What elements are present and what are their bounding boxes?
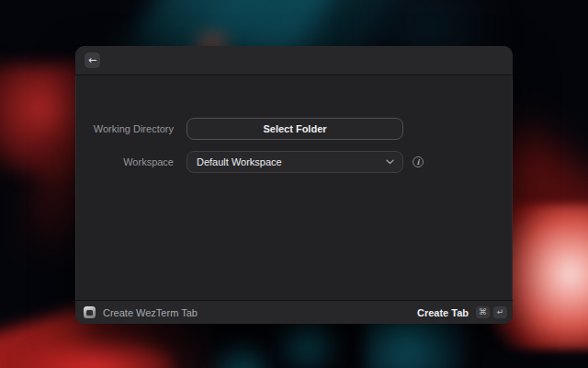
action-bar: Create WezTerm Tab Create Tab ⌘ ↵ (75, 300, 513, 324)
workspace-selected-value: Default Workspace (197, 156, 282, 167)
workspace-dropdown[interactable]: Default Workspace (187, 151, 403, 173)
chevron-down-icon (386, 159, 394, 165)
create-tab-label: Create Tab (417, 307, 469, 318)
create-tab-action[interactable]: Create Tab ⌘ ↵ (417, 306, 507, 318)
workspace-row: Workspace Default Workspace i (75, 151, 513, 173)
back-button[interactable]: ← (85, 52, 100, 68)
info-icon[interactable]: i (413, 156, 424, 167)
workspace-label: Workspace (75, 156, 174, 167)
window-header: ← (75, 46, 513, 75)
wallpaper-teal-blob (204, 339, 281, 368)
working-directory-row: Working Directory Select Folder (75, 118, 513, 140)
working-directory-label: Working Directory (75, 123, 174, 134)
desktop: ← Working Directory Select Folder Worksp… (0, 0, 588, 368)
select-folder-button[interactable]: Select Folder (187, 118, 403, 140)
return-key-icon: ↵ (493, 306, 507, 318)
wezterm-app-icon (84, 306, 96, 318)
form-body: Working Directory Select Folder Workspac… (75, 75, 513, 300)
command-key-icon: ⌘ (476, 306, 490, 318)
command-name: Create WezTerm Tab (103, 307, 198, 318)
arrow-left-icon: ← (88, 55, 96, 65)
raycast-command-window: ← Working Directory Select Folder Worksp… (75, 46, 513, 324)
info-icon-glyph: i (416, 157, 419, 167)
wallpaper-red-core (18, 339, 175, 368)
wezterm-app-icon-screen (86, 310, 93, 316)
